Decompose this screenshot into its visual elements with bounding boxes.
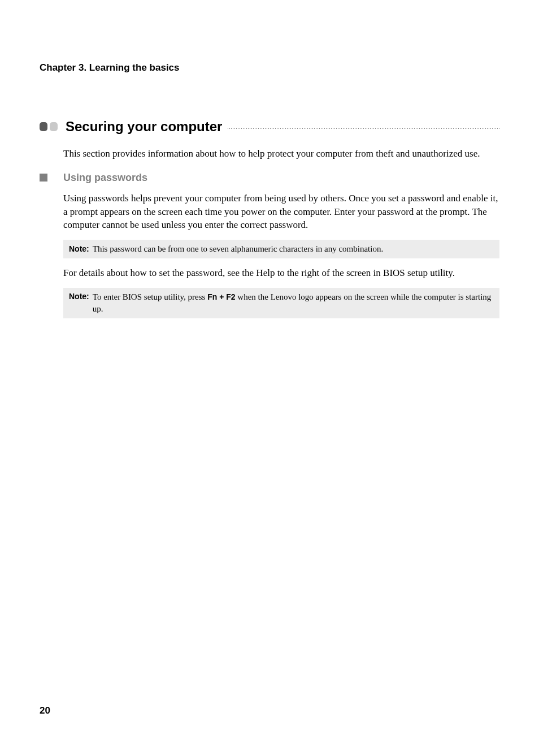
section-heading-row: Securing your computer bbox=[40, 119, 499, 135]
bullet-light-icon bbox=[50, 122, 58, 131]
note2-text-a: To enter BIOS setup utility, press bbox=[93, 292, 207, 301]
square-bullet-icon bbox=[40, 174, 47, 182]
chapter-header: Chapter 3. Learning the basics bbox=[40, 62, 499, 74]
note-block-2: Note: To enter BIOS setup utility, press… bbox=[63, 288, 499, 318]
note-text-2: To enter BIOS setup utility, press Fn + … bbox=[93, 291, 494, 315]
note2-bold: Fn + F2 bbox=[207, 292, 235, 301]
note-block-1: Note:This password can be from one to se… bbox=[63, 240, 499, 258]
page-number: 20 bbox=[40, 705, 50, 716]
subsection-heading-row: Using passwords bbox=[40, 172, 499, 184]
note-text-1: This password can be from one to seven a… bbox=[93, 244, 383, 253]
body-paragraph-1: Using passwords helps prevent your compu… bbox=[63, 192, 499, 232]
section-title: Securing your computer bbox=[66, 119, 222, 135]
subsection-title: Using passwords bbox=[63, 172, 147, 184]
section-bullet-pair bbox=[40, 122, 58, 131]
title-rule-line bbox=[228, 128, 499, 129]
bullet-dark-icon bbox=[40, 122, 47, 131]
note-label-1: Note: bbox=[69, 244, 89, 253]
body-paragraph-2: For details about how to set the passwor… bbox=[63, 266, 499, 280]
intro-paragraph: This section provides information about … bbox=[63, 147, 499, 161]
note-label-2: Note: bbox=[69, 291, 89, 315]
